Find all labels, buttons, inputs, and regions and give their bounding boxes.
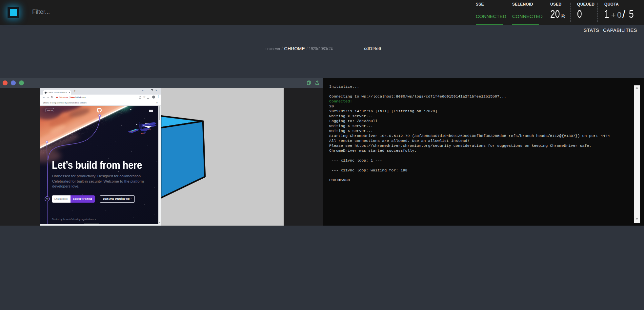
svg-text:<>: <> <box>46 198 49 200</box>
